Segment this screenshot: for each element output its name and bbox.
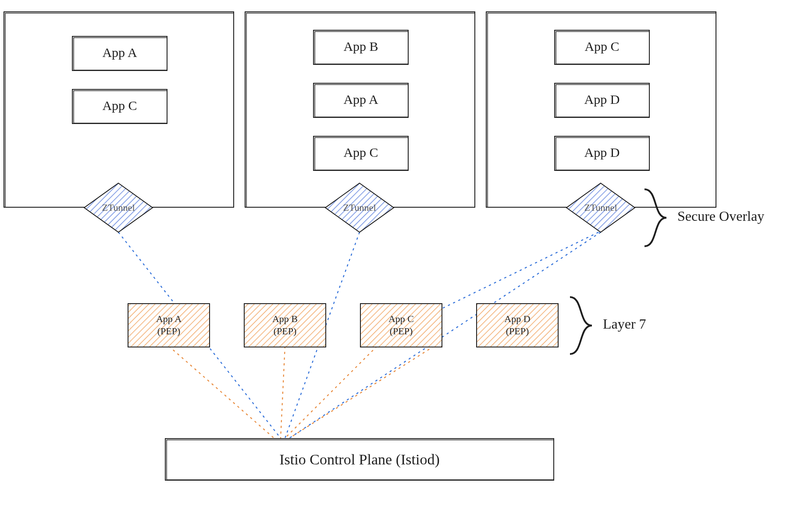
brace-secure-overlay: Secure Overlay [645, 189, 764, 246]
app-box: App C [72, 89, 167, 124]
pep-label-l1: App B [272, 313, 298, 324]
svg-line-9 [281, 346, 285, 438]
pep-label-l1: App A [156, 313, 182, 324]
ztunnel-label: ZTunnel [102, 202, 135, 213]
ztunnel-label: ZTunnel [343, 202, 376, 213]
app-label: App C [584, 39, 619, 53]
app-label: App C [102, 98, 137, 113]
svg-line-8 [169, 346, 274, 438]
app-box: App B [313, 30, 408, 64]
app-label: App A [343, 92, 378, 106]
svg-line-11 [289, 346, 434, 438]
svg-line-7 [434, 232, 598, 312]
control-plane: Istio Control Plane (Istiod) [165, 439, 554, 480]
app-box: App A [313, 83, 408, 117]
pep-box: App A (PEP) [128, 304, 210, 347]
pep-label-l2: (PEP) [506, 326, 529, 336]
node-3: App C App D App D ZTunnel [486, 12, 716, 232]
pep-row: App A (PEP) App B (PEP) App C (PEP) App … [128, 304, 558, 347]
layer7-label: Layer 7 [603, 316, 646, 332]
ztunnel-icon: ZTunnel [325, 183, 394, 232]
pep-label-l2: (PEP) [157, 326, 181, 336]
secure-overlay-label: Secure Overlay [677, 208, 764, 224]
ztunnel-icon: ZTunnel [84, 183, 153, 232]
svg-line-10 [285, 346, 377, 438]
app-box: App D [555, 136, 649, 170]
pep-box: App B (PEP) [244, 304, 326, 347]
ztunnel-icon: ZTunnel [566, 183, 635, 232]
app-box: App C [313, 136, 408, 170]
app-label: App A [102, 45, 137, 60]
app-box: App D [555, 83, 649, 117]
pep-label-l2: (PEP) [274, 326, 297, 336]
app-label: App D [584, 92, 620, 106]
pep-box: App D (PEP) [477, 304, 558, 347]
app-label: App C [343, 145, 378, 159]
app-box: App C [555, 30, 649, 64]
pep-label-l1: App C [388, 313, 414, 324]
app-label: App D [584, 145, 620, 159]
pep-label-l1: App D [504, 313, 530, 324]
control-plane-label: Istio Control Plane (Istiod) [279, 451, 439, 468]
node-2: App B App A App C ZTunnel [245, 12, 475, 232]
pep-box: App C (PEP) [360, 304, 442, 347]
brace-layer7: Layer 7 [570, 297, 646, 354]
node-1: App A App C ZTunnel [4, 12, 234, 232]
app-box: App A [72, 36, 167, 71]
ztunnel-label: ZTunnel [584, 202, 617, 213]
pep-label-l2: (PEP) [390, 326, 413, 336]
app-label: App B [343, 39, 378, 53]
